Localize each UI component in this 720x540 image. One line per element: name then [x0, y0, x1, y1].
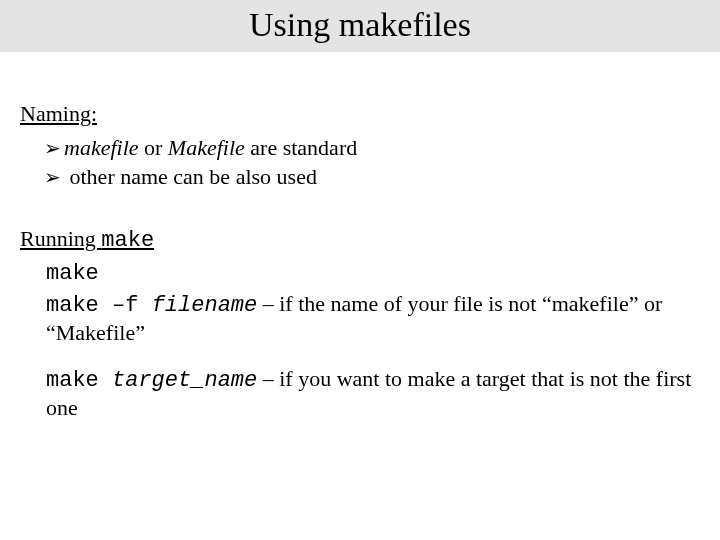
dash-sep: – — [257, 291, 279, 316]
running-label: Running — [20, 226, 101, 251]
bullet-list-naming: ➢makefile or Makefile are standard ➢ oth… — [44, 134, 700, 191]
heading-running: Running make — [20, 225, 700, 255]
slide-title: Using makefiles — [249, 6, 471, 43]
running-section: Running make make make –f filename – if … — [20, 225, 700, 422]
text-makefile-lower: makefile — [64, 135, 139, 160]
dash-sep: – — [257, 366, 279, 391]
text-makefile-upper: Makefile — [168, 135, 245, 160]
bullet-item: ➢makefile or Makefile are standard — [44, 134, 700, 162]
arg-filename: filename — [152, 293, 258, 318]
cmd-make-target: make — [46, 368, 112, 393]
running-body: make make –f filename – if the name of y… — [46, 258, 700, 422]
title-bar: Using makefiles — [0, 0, 720, 52]
cmd-make: make — [46, 261, 99, 286]
slide-content: Naming: ➢makefile or Makefile are standa… — [0, 52, 720, 422]
arrow-icon: ➢ — [44, 136, 64, 161]
text-rest: are standard — [245, 135, 357, 160]
line-make-f: make –f filename – if the name of your f… — [46, 290, 700, 347]
heading-naming: Naming: — [20, 100, 700, 128]
text-other-name: other name can be also used — [64, 164, 317, 189]
arrow-icon: ➢ — [44, 165, 64, 190]
cmd-make-f: make –f — [46, 293, 152, 318]
line-make: make — [46, 258, 700, 288]
bullet-item: ➢ other name can be also used — [44, 163, 700, 191]
running-cmd: make — [101, 228, 154, 253]
arg-target-name: target_name — [112, 368, 257, 393]
text-or: or — [139, 135, 168, 160]
line-make-target: make target_name – if you want to make a… — [46, 365, 700, 422]
